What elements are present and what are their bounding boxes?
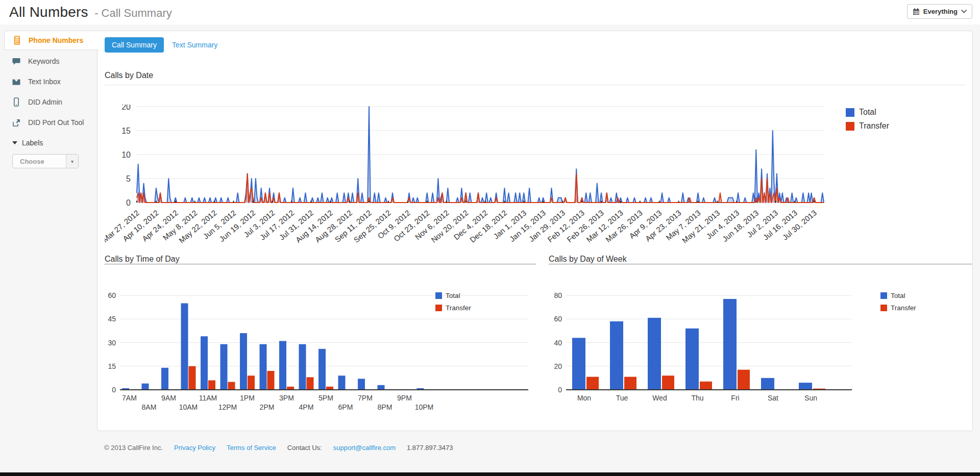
- legend-item-total: Total: [435, 292, 471, 299]
- bar-transfer-10am: [189, 366, 196, 390]
- page-title: All Numbers: [9, 4, 88, 20]
- calendar-icon: [913, 8, 920, 15]
- bar-transfer-4pm: [307, 377, 314, 390]
- legend-item-transfer: Transfer: [880, 304, 916, 312]
- bar-transfer-fri: [738, 370, 750, 390]
- divider: [105, 85, 965, 85]
- bar-transfer-wed: [662, 375, 674, 390]
- bar-total-9am: [161, 368, 168, 390]
- legend-item-total: Total: [846, 108, 889, 117]
- sidebar-item-label: Phone Numbers: [29, 36, 83, 44]
- sidebar-item-did-port-out-tool[interactable]: DID Port Out Tool: [4, 112, 98, 133]
- legend-swatch-transfer: [435, 305, 442, 311]
- x-category-label: 9AM: [161, 394, 176, 402]
- y-tick-label: 45: [108, 315, 116, 323]
- summary-tabs: Call Summary Text Summary: [97, 31, 972, 53]
- bar-total-2pm: [260, 344, 267, 390]
- legend-label: Transfer: [859, 121, 889, 131]
- sidebar-item-label: DID Admin: [28, 98, 62, 106]
- sidebar-item-did-admin[interactable]: DID Admin: [4, 92, 98, 112]
- speech-bubble-icon: [11, 57, 21, 66]
- bar-transfer-2pm: [267, 371, 275, 390]
- calls-by-day-of-week-chart-wrap: 020406080MonTueWedThuFriSatSun TotalTran…: [549, 290, 972, 415]
- page-subtitle: - Call Summary: [94, 7, 172, 20]
- calls-by-date-chart-wrap: 05101520Mar 27, 2012Apr 10, 2012Apr 24, …: [105, 105, 965, 254]
- tab-call-summary[interactable]: Call Summary: [105, 37, 164, 53]
- bar-total-12pm: [220, 344, 228, 390]
- x-category-label: 6PM: [338, 403, 353, 411]
- footer: © 2013 CallFire Inc. Privacy Policy Term…: [104, 444, 453, 452]
- x-category-label: 3PM: [279, 394, 294, 402]
- bottom-charts-row: Calls by Time of Day 0153045607AM8AM9AM1…: [105, 255, 965, 415]
- bar-total-1pm: [240, 333, 247, 390]
- calls-by-time-of-day-chart-wrap: 0153045607AM8AM9AM10AM11AM12PM1PM2PM3PM4…: [105, 290, 536, 415]
- x-category-label: 12PM: [218, 403, 237, 411]
- labels-choose-placeholder: Choose: [13, 158, 66, 165]
- legend-swatch-transfer: [880, 305, 887, 311]
- date-range-dropdown[interactable]: Everything: [907, 4, 972, 19]
- x-category-label: 2PM: [260, 403, 275, 411]
- calls-by-day-of-week-legend: TotalTransfer: [880, 292, 916, 312]
- bar-total-6pm: [338, 375, 346, 390]
- x-category-label: 10AM: [179, 403, 198, 411]
- bar-transfer-tue: [624, 377, 636, 390]
- smartphone-icon: [11, 97, 21, 107]
- x-category-label: 1PM: [240, 394, 255, 402]
- x-category-label: 5PM: [318, 394, 333, 402]
- y-tick-label: 20: [554, 362, 562, 370]
- y-tick-label: 20: [121, 105, 131, 111]
- calls-by-time-of-day-section: Calls by Time of Day 0153045607AM8AM9AM1…: [105, 255, 536, 415]
- chevron-down-icon: [12, 141, 17, 144]
- legend-label: Total: [891, 292, 905, 299]
- sidebar: Phone Numbers Keywords Text Inbox DID Ad…: [4, 31, 98, 168]
- calls-by-day-of-week-title: Calls by Day of Week: [549, 255, 972, 264]
- bar-total-7pm: [358, 379, 365, 390]
- calls-by-time-of-day-chart: 0153045607AM8AM9AM10AM11AM12PM1PM2PM3PM4…: [105, 290, 536, 415]
- x-category-label: Tue: [616, 394, 628, 402]
- chevron-down-icon: ▾: [66, 155, 78, 168]
- legend-label: Transfer: [891, 304, 916, 312]
- x-category-label: 8AM: [142, 403, 157, 411]
- sidebar-labels-toggle[interactable]: Labels: [4, 133, 98, 153]
- terms-of-service-link[interactable]: Terms of Service: [227, 444, 276, 452]
- calls-by-date-section: Calls by Date 05101520Mar 27, 2012Apr 10…: [105, 71, 965, 254]
- bar-total-4pm: [299, 344, 306, 390]
- legend-item-transfer: Transfer: [846, 121, 889, 131]
- y-tick-label: 15: [121, 127, 131, 135]
- chevron-down-icon: [961, 10, 967, 13]
- labels-choose-dropdown[interactable]: Choose ▾: [12, 154, 79, 168]
- x-category-label: 4PM: [299, 403, 314, 411]
- calls-by-date-title: Calls by Date: [105, 71, 965, 80]
- sidebar-item-phone-numbers[interactable]: Phone Numbers: [4, 31, 99, 50]
- x-category-label: Sat: [768, 394, 778, 402]
- share-arrow-icon: [11, 118, 21, 127]
- bar-total-thu: [685, 329, 699, 390]
- x-category-label: Thu: [691, 394, 703, 402]
- privacy-policy-link[interactable]: Privacy Policy: [174, 444, 215, 452]
- x-category-label: 7AM: [122, 394, 137, 402]
- tab-text-summary[interactable]: Text Summary: [172, 41, 217, 49]
- sidebar-item-text-inbox[interactable]: Text Inbox: [4, 71, 98, 92]
- bar-transfer-thu: [700, 382, 712, 390]
- x-category-label: Sun: [804, 394, 817, 402]
- bar-total-10am: [181, 303, 188, 390]
- divider: [549, 264, 972, 265]
- legend-swatch-total: [846, 108, 854, 117]
- bar-total-5pm: [318, 349, 326, 390]
- divider: [105, 264, 536, 265]
- inbox-icon: [11, 77, 21, 86]
- y-tick-label: 5: [126, 174, 131, 183]
- main-panel: Call Summary Text Summary Calls by Date …: [97, 31, 973, 431]
- bar-total-mon: [572, 338, 585, 390]
- x-category-label: Fri: [731, 394, 739, 402]
- y-tick-label: 60: [554, 315, 562, 323]
- legend-swatch-total: [880, 292, 887, 299]
- sidebar-item-label: Text Inbox: [28, 78, 61, 86]
- sidebar-item-label: DID Port Out Tool: [28, 118, 84, 127]
- top-header: All Numbers - Call Summary Everything: [0, 0, 980, 24]
- bar-total-wed: [648, 318, 661, 390]
- y-tick-label: 15: [108, 362, 116, 370]
- support-email-link[interactable]: support@callfire.com: [333, 444, 396, 452]
- sidebar-item-keywords[interactable]: Keywords: [4, 51, 98, 71]
- x-category-label: 8PM: [378, 403, 393, 411]
